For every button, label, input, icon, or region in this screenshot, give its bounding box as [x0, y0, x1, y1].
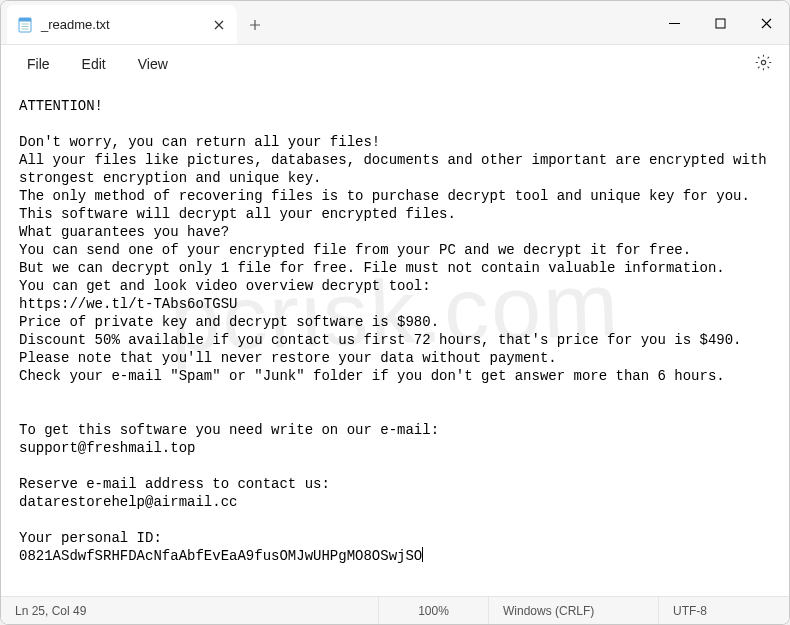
svg-rect-1 — [19, 18, 31, 22]
notepad-window: _readme.txt File Edit View — [0, 0, 790, 625]
menu-edit[interactable]: Edit — [66, 50, 122, 78]
gear-icon — [755, 54, 772, 75]
notepad-icon — [17, 17, 33, 33]
document-text: ATTENTION! Don't worry, you can return a… — [19, 98, 775, 564]
status-zoom[interactable]: 100% — [379, 597, 489, 624]
status-encoding[interactable]: UTF-8 — [659, 597, 789, 624]
titlebar-drag-area[interactable] — [273, 1, 651, 44]
statusbar: Ln 25, Col 49 100% Windows (CRLF) UTF-8 — [1, 596, 789, 624]
titlebar[interactable]: _readme.txt — [1, 1, 789, 45]
text-editor-content[interactable]: ATTENTION! Don't worry, you can return a… — [1, 83, 789, 596]
document-tab[interactable]: _readme.txt — [7, 5, 237, 44]
status-position[interactable]: Ln 25, Col 49 — [1, 597, 379, 624]
text-cursor — [422, 547, 423, 562]
svg-point-6 — [761, 60, 765, 64]
menu-file[interactable]: File — [11, 50, 66, 78]
settings-button[interactable] — [747, 48, 779, 80]
close-button[interactable] — [743, 1, 789, 45]
tab-title: _readme.txt — [41, 17, 203, 32]
tab-close-button[interactable] — [211, 17, 227, 33]
svg-rect-5 — [716, 19, 725, 28]
minimize-button[interactable] — [651, 1, 697, 45]
status-line-endings[interactable]: Windows (CRLF) — [489, 597, 659, 624]
menu-view[interactable]: View — [122, 50, 184, 78]
new-tab-button[interactable] — [237, 5, 273, 44]
menubar: File Edit View — [1, 45, 789, 83]
window-controls — [651, 1, 789, 44]
maximize-button[interactable] — [697, 1, 743, 45]
